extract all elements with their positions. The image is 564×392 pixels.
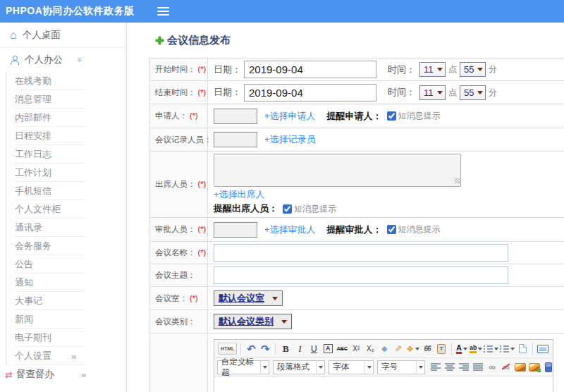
- meeting-name-input[interactable]: [214, 244, 508, 262]
- field-label: 会议类别：: [155, 317, 196, 326]
- start-date-input[interactable]: [244, 61, 376, 78]
- editor-toolbar-row2: 自定义标题 段落格式 字体 字号 ∞ ∞: [214, 358, 553, 376]
- highlight-color-button[interactable]: ab: [470, 342, 482, 355]
- applicant-sms-checkbox[interactable]: [387, 111, 396, 121]
- insert-link-button[interactable]: ∞: [486, 360, 498, 374]
- sidebar-item-messages[interactable]: 消息管理: [6, 90, 126, 109]
- sidebar-item-memorabilia[interactable]: 大事记: [6, 292, 126, 310]
- page-title: 会议信息发布: [155, 34, 564, 47]
- dropdown-arrow-icon: [463, 348, 467, 353]
- hamburger-menu-icon[interactable]: [157, 11, 169, 12]
- sidebar-item-internal-mail[interactable]: 内部邮件: [6, 109, 126, 127]
- font-family-select[interactable]: 字体: [329, 360, 374, 374]
- fullscreen-button[interactable]: [537, 342, 549, 355]
- dropdown-arrow-icon: [416, 361, 424, 374]
- undo-button[interactable]: ↶: [245, 342, 257, 355]
- page-title-text: 会议信息发布: [167, 34, 231, 47]
- choose-attendees-link[interactable]: +选择出席人: [214, 188, 265, 201]
- choose-applicant-link[interactable]: +选择申请人: [264, 110, 316, 123]
- row-attendees: 出席人员：(*) +选择出席人 提醒出席人员： 短消息提示: [150, 152, 564, 218]
- sidebar-item-supervision[interactable]: ⇄ 督查督办 »: [0, 365, 126, 384]
- strikethrough-button[interactable]: ABC: [336, 342, 348, 355]
- attendees-sms-checkbox[interactable]: [283, 204, 292, 214]
- align-left-icon: [431, 363, 441, 371]
- start-minute-select[interactable]: 55: [460, 62, 486, 77]
- sidebar-item-attendance[interactable]: 在线考勤: [6, 72, 126, 90]
- sidebar-item-work-plan[interactable]: 工作计划: [6, 164, 126, 182]
- sidebar-item-sms[interactable]: 手机短信: [6, 182, 126, 200]
- approver-sms-checkbox[interactable]: [387, 225, 396, 234]
- blockquote-button[interactable]: 66: [421, 342, 434, 355]
- sidebar-item-contacts[interactable]: 通讯录: [6, 219, 126, 237]
- sidebar-item-personal-files[interactable]: 个人文件柜: [6, 200, 126, 219]
- attendees-textarea[interactable]: [214, 154, 461, 187]
- meeting-room-select[interactable]: 默认会议室: [214, 290, 283, 306]
- underline-button[interactable]: U: [307, 342, 320, 355]
- sidebar-item-notices[interactable]: 通知: [6, 274, 126, 292]
- sidebar-item-work-log[interactable]: 工作日志: [6, 145, 126, 164]
- sidebar-item-announcements[interactable]: 公告: [6, 255, 126, 274]
- insert-media-button[interactable]: [542, 360, 553, 374]
- font-size-label: 字号: [381, 362, 398, 372]
- meeting-category-select[interactable]: 默认会议类别: [214, 314, 292, 329]
- end-date-input[interactable]: [244, 84, 376, 102]
- format-painter-button[interactable]: ❖: [406, 342, 419, 355]
- sidebar-item-office[interactable]: 个人办公 »: [0, 48, 126, 72]
- html-source-button[interactable]: HTML: [218, 343, 237, 355]
- font-size-select[interactable]: 字号: [377, 360, 425, 374]
- upload-image-button[interactable]: [528, 360, 541, 374]
- choose-recorder-link[interactable]: +选择记录员: [264, 133, 316, 146]
- start-hour-select[interactable]: 11: [419, 62, 446, 77]
- sidebar-item-meeting-services[interactable]: 会务服务: [6, 237, 126, 255]
- chevron-right-icon: »: [81, 369, 86, 380]
- new-page-button[interactable]: [516, 342, 529, 355]
- field-label: 申请人：: [155, 111, 188, 120]
- row-approver: 审批人员：(*) +选择审批人 提醒审批人： 短消息提示: [150, 218, 564, 242]
- meeting-topic-input[interactable]: [214, 267, 508, 284]
- paste-button[interactable]: T: [435, 342, 448, 355]
- field-label: 审批人员：: [155, 225, 196, 233]
- required-mark: (*): [198, 88, 207, 97]
- field-label: 结束时间：: [155, 88, 196, 97]
- paragraph-format-select[interactable]: 段落格式: [273, 360, 325, 374]
- font-color-button[interactable]: A: [455, 342, 468, 355]
- sidebar-item-label: 通知: [15, 276, 33, 289]
- align-left-button[interactable]: [429, 360, 442, 374]
- align-justify-button[interactable]: [472, 360, 484, 374]
- editor-content-area[interactable]: [214, 376, 553, 392]
- sidebar-item-label: 工作计划: [15, 166, 51, 179]
- field-label: 会议记录人员：: [155, 135, 212, 144]
- shuffle-icon: ⇄: [5, 370, 13, 379]
- hour-value: 11: [424, 64, 434, 75]
- sidebar-item-label: 公告: [15, 258, 33, 271]
- heading-style-select[interactable]: 自定义标题: [217, 360, 269, 374]
- italic-button[interactable]: I: [293, 342, 306, 355]
- unordered-list-button[interactable]: [500, 342, 515, 355]
- highlight-icon: ab: [470, 344, 477, 354]
- sidebar-item-e-journal[interactable]: 电子期刊: [6, 329, 126, 347]
- eraser-icon[interactable]: ◆: [378, 342, 391, 355]
- add-icon: [155, 36, 164, 45]
- approver-input[interactable]: [214, 222, 257, 238]
- sidebar-item-personal-settings[interactable]: 个人设置 »: [6, 347, 126, 365]
- choose-approver-link[interactable]: +选择审批人: [264, 223, 316, 236]
- superscript-button[interactable]: X²: [350, 342, 362, 355]
- bold-button[interactable]: B: [279, 342, 292, 355]
- insert-image-button[interactable]: [514, 360, 527, 374]
- redo-button[interactable]: ↷: [259, 342, 271, 355]
- recorder-input[interactable]: [214, 132, 257, 147]
- ordered-list-button[interactable]: [484, 342, 498, 355]
- sidebar-item-news[interactable]: 新闻: [6, 310, 126, 329]
- sidebar-item-desktop[interactable]: ⌂ 个人桌面: [0, 23, 126, 48]
- subscript-button[interactable]: X₂: [364, 342, 376, 355]
- sidebar-item-schedule[interactable]: 日程安排: [6, 127, 126, 145]
- applicant-input[interactable]: [214, 109, 257, 124]
- sidebar-submenu: 在线考勤 消息管理 内部邮件 日程安排 工作日志 工作计划 手机短信 个人文件柜…: [6, 72, 126, 365]
- remove-link-button[interactable]: ∞: [500, 360, 513, 374]
- font-border-button[interactable]: A: [321, 342, 334, 355]
- clear-format-icon[interactable]: ✎: [392, 342, 405, 355]
- end-minute-select[interactable]: 55: [460, 85, 486, 100]
- align-center-button[interactable]: [443, 360, 456, 374]
- end-hour-select[interactable]: 11: [419, 85, 446, 100]
- align-right-button[interactable]: [458, 360, 470, 374]
